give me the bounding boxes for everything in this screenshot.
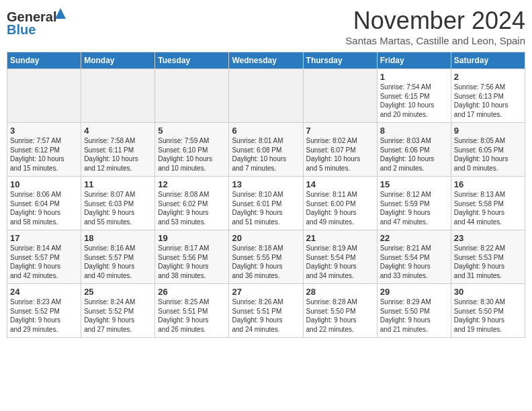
calendar-cell: 5Sunrise: 7:59 AM Sunset: 6:10 PM Daylig… [155, 123, 229, 177]
day-number: 29 [380, 287, 448, 297]
calendar-cell [303, 69, 377, 123]
weekday-header-tuesday: Tuesday [155, 52, 229, 69]
day-info: Sunrise: 8:17 AM Sunset: 5:56 PM Dayligh… [158, 244, 226, 280]
calendar-cell: 14Sunrise: 8:11 AM Sunset: 6:00 PM Dayli… [303, 177, 377, 230]
calendar-cell: 24Sunrise: 8:23 AM Sunset: 5:52 PM Dayli… [7, 284, 81, 338]
day-number: 2 [454, 72, 522, 82]
day-info: Sunrise: 8:14 AM Sunset: 5:57 PM Dayligh… [10, 244, 78, 280]
calendar-cell: 9Sunrise: 8:05 AM Sunset: 6:05 PM Daylig… [451, 123, 525, 177]
calendar-cell: 30Sunrise: 8:30 AM Sunset: 5:50 PM Dayli… [451, 284, 525, 338]
calendar-cell: 28Sunrise: 8:28 AM Sunset: 5:50 PM Dayli… [303, 284, 377, 338]
logo: General Blue [7, 9, 56, 38]
day-number: 22 [380, 233, 448, 243]
calendar-cell: 7Sunrise: 8:02 AM Sunset: 6:07 PM Daylig… [303, 123, 377, 177]
day-info: Sunrise: 7:54 AM Sunset: 6:15 PM Dayligh… [380, 83, 448, 119]
day-info: Sunrise: 8:25 AM Sunset: 5:51 PM Dayligh… [158, 298, 226, 334]
month-title: November 2024 [345, 7, 525, 35]
day-number: 24 [10, 287, 78, 297]
calendar-cell: 10Sunrise: 8:06 AM Sunset: 6:04 PM Dayli… [7, 177, 81, 230]
day-info: Sunrise: 8:06 AM Sunset: 6:04 PM Dayligh… [10, 190, 78, 226]
calendar-cell: 25Sunrise: 8:24 AM Sunset: 5:52 PM Dayli… [81, 284, 155, 338]
day-info: Sunrise: 8:21 AM Sunset: 5:54 PM Dayligh… [380, 244, 448, 280]
calendar-cell [229, 69, 303, 123]
day-number: 7 [306, 126, 374, 136]
day-number: 27 [232, 287, 300, 297]
calendar-cell: 17Sunrise: 8:14 AM Sunset: 5:57 PM Dayli… [7, 230, 81, 284]
day-number: 9 [454, 126, 522, 136]
title-area: November 2024 Santas Martas, Castille an… [345, 7, 525, 46]
day-number: 10 [10, 179, 78, 189]
day-info: Sunrise: 8:01 AM Sunset: 6:08 PM Dayligh… [232, 136, 300, 173]
day-number: 17 [10, 233, 78, 243]
day-info: Sunrise: 8:12 AM Sunset: 5:59 PM Dayligh… [380, 190, 448, 226]
day-info: Sunrise: 7:59 AM Sunset: 6:10 PM Dayligh… [158, 136, 226, 173]
day-info: Sunrise: 8:28 AM Sunset: 5:50 PM Dayligh… [306, 298, 374, 334]
day-info: Sunrise: 8:11 AM Sunset: 6:00 PM Dayligh… [306, 190, 374, 226]
calendar-week-row: 24Sunrise: 8:23 AM Sunset: 5:52 PM Dayli… [7, 284, 525, 338]
day-info: Sunrise: 8:02 AM Sunset: 6:07 PM Dayligh… [306, 136, 374, 173]
day-number: 13 [232, 179, 300, 189]
calendar-cell: 13Sunrise: 8:10 AM Sunset: 6:01 PM Dayli… [229, 177, 303, 230]
calendar-cell: 6Sunrise: 8:01 AM Sunset: 6:08 PM Daylig… [229, 123, 303, 177]
day-number: 18 [84, 233, 152, 243]
calendar-cell: 19Sunrise: 8:17 AM Sunset: 5:56 PM Dayli… [155, 230, 229, 284]
calendar-week-row: 17Sunrise: 8:14 AM Sunset: 5:57 PM Dayli… [7, 230, 525, 284]
calendar-cell: 26Sunrise: 8:25 AM Sunset: 5:51 PM Dayli… [155, 284, 229, 338]
calendar-week-row: 10Sunrise: 8:06 AM Sunset: 6:04 PM Dayli… [7, 177, 525, 230]
calendar-cell [81, 69, 155, 123]
day-number: 23 [454, 233, 522, 243]
calendar-cell: 12Sunrise: 8:08 AM Sunset: 6:02 PM Dayli… [155, 177, 229, 230]
calendar-cell: 29Sunrise: 8:29 AM Sunset: 5:50 PM Dayli… [377, 284, 451, 338]
calendar-cell: 27Sunrise: 8:26 AM Sunset: 5:51 PM Dayli… [229, 284, 303, 338]
day-info: Sunrise: 8:16 AM Sunset: 5:57 PM Dayligh… [84, 244, 152, 280]
day-info: Sunrise: 8:26 AM Sunset: 5:51 PM Dayligh… [232, 298, 300, 334]
day-number: 12 [158, 179, 226, 189]
calendar-cell: 22Sunrise: 8:21 AM Sunset: 5:54 PM Dayli… [377, 230, 451, 284]
day-info: Sunrise: 8:22 AM Sunset: 5:53 PM Dayligh… [454, 244, 522, 280]
day-info: Sunrise: 7:58 AM Sunset: 6:11 PM Dayligh… [84, 136, 152, 173]
logo-triangle-icon [55, 8, 66, 19]
weekday-header-thursday: Thursday [303, 52, 377, 69]
weekday-header-friday: Friday [377, 52, 451, 69]
day-info: Sunrise: 8:18 AM Sunset: 5:55 PM Dayligh… [232, 244, 300, 280]
logo-general: General [7, 9, 56, 24]
calendar-cell: 2Sunrise: 7:56 AM Sunset: 6:13 PM Daylig… [451, 69, 525, 123]
day-number: 25 [84, 287, 152, 297]
day-info: Sunrise: 8:05 AM Sunset: 6:05 PM Dayligh… [454, 136, 522, 173]
weekday-header-row: SundayMondayTuesdayWednesdayThursdayFrid… [7, 52, 525, 69]
calendar-cell: 15Sunrise: 8:12 AM Sunset: 5:59 PM Dayli… [377, 177, 451, 230]
weekday-header-sunday: Sunday [7, 52, 81, 69]
calendar-cell [7, 69, 81, 123]
weekday-header-monday: Monday [81, 52, 155, 69]
calendar-week-row: 3Sunrise: 7:57 AM Sunset: 6:12 PM Daylig… [7, 123, 525, 177]
weekday-header-saturday: Saturday [451, 52, 525, 69]
calendar-cell: 23Sunrise: 8:22 AM Sunset: 5:53 PM Dayli… [451, 230, 525, 284]
day-info: Sunrise: 8:13 AM Sunset: 5:58 PM Dayligh… [454, 190, 522, 226]
day-number: 20 [232, 233, 300, 243]
day-info: Sunrise: 8:30 AM Sunset: 5:50 PM Dayligh… [454, 298, 522, 334]
day-number: 28 [306, 287, 374, 297]
day-info: Sunrise: 7:57 AM Sunset: 6:12 PM Dayligh… [10, 136, 78, 173]
day-info: Sunrise: 8:24 AM Sunset: 5:52 PM Dayligh… [84, 298, 152, 334]
calendar-cell: 18Sunrise: 8:16 AM Sunset: 5:57 PM Dayli… [81, 230, 155, 284]
calendar-cell: 20Sunrise: 8:18 AM Sunset: 5:55 PM Dayli… [229, 230, 303, 284]
day-number: 4 [84, 126, 152, 136]
day-info: Sunrise: 8:19 AM Sunset: 5:54 PM Dayligh… [306, 244, 374, 280]
day-number: 6 [232, 126, 300, 136]
calendar-cell: 1Sunrise: 7:54 AM Sunset: 6:15 PM Daylig… [377, 69, 451, 123]
day-info: Sunrise: 8:03 AM Sunset: 6:06 PM Dayligh… [380, 136, 448, 173]
day-number: 1 [380, 72, 448, 82]
weekday-header-wednesday: Wednesday [229, 52, 303, 69]
day-number: 5 [158, 126, 226, 136]
day-number: 15 [380, 179, 448, 189]
calendar-cell: 8Sunrise: 8:03 AM Sunset: 6:06 PM Daylig… [377, 123, 451, 177]
svg-marker-0 [55, 8, 66, 19]
calendar-cell: 21Sunrise: 8:19 AM Sunset: 5:54 PM Dayli… [303, 230, 377, 284]
calendar-week-row: 1Sunrise: 7:54 AM Sunset: 6:15 PM Daylig… [7, 69, 525, 123]
calendar-cell: 16Sunrise: 8:13 AM Sunset: 5:58 PM Dayli… [451, 177, 525, 230]
day-number: 21 [306, 233, 374, 243]
day-number: 11 [84, 179, 152, 189]
day-info: Sunrise: 8:08 AM Sunset: 6:02 PM Dayligh… [158, 190, 226, 226]
day-number: 3 [10, 126, 78, 136]
calendar-cell: 11Sunrise: 8:07 AM Sunset: 6:03 PM Dayli… [81, 177, 155, 230]
